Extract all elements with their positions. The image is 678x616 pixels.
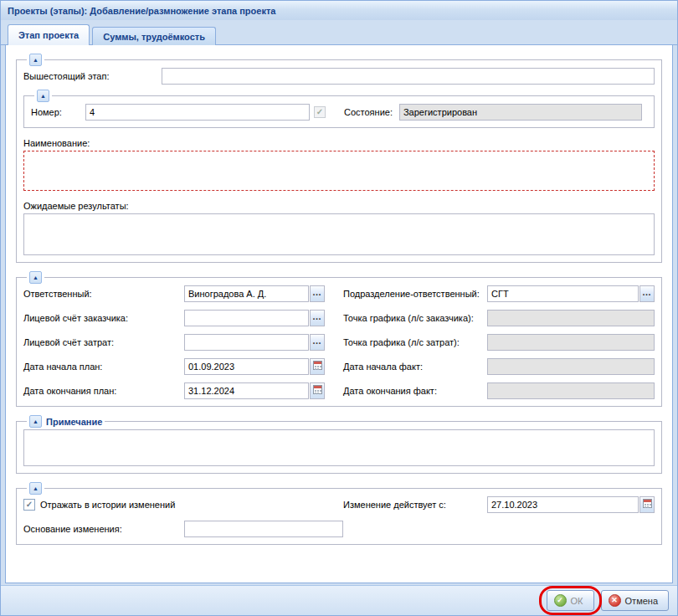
window-titlebar: Проекты (этапы): Добавление/размножение … bbox=[1, 1, 677, 20]
note-textarea[interactable] bbox=[23, 429, 655, 466]
change-reason-row: Основание изменения: bbox=[23, 521, 655, 537]
ok-button-label: ОК bbox=[571, 596, 583, 606]
department-field: … bbox=[487, 285, 655, 302]
responsible-input[interactable] bbox=[184, 285, 309, 302]
fieldset-main: ▲ Вышестоящий этап: ▲ Номер: ✓ Состояние… bbox=[16, 54, 662, 263]
responsible-row: Ответственный: … Подразделение-ответстве… bbox=[23, 285, 655, 302]
cancel-cross-icon: ✕ bbox=[609, 594, 621, 607]
date-start-row: Дата начала план: Дата начала факт: bbox=[23, 358, 655, 375]
date-end-plan-field bbox=[184, 382, 325, 399]
change-reason-input[interactable] bbox=[184, 521, 343, 537]
fieldset-main-legend: ▲ bbox=[27, 54, 44, 66]
tab-sums[interactable]: Суммы, трудоёмкость bbox=[92, 27, 216, 45]
costs-account-input[interactable] bbox=[184, 334, 309, 351]
cross-glyph: ✕ bbox=[611, 597, 618, 604]
date-start-fact-label: Дата начала факт: bbox=[343, 362, 487, 372]
change-reason-label: Основание изменения: bbox=[23, 524, 184, 534]
date-start-plan-picker-button[interactable] bbox=[310, 358, 325, 375]
department-input[interactable] bbox=[487, 285, 639, 302]
date-end-plan-label: Дата окончания план: bbox=[23, 386, 184, 396]
collapse-button[interactable]: ▲ bbox=[29, 271, 42, 284]
department-lookup-button[interactable]: … bbox=[639, 285, 655, 302]
tab-strip: Этап проекта Суммы, трудоёмкость bbox=[1, 20, 677, 45]
costs-graph-point-label: Точка графика (л/с затрат): bbox=[343, 337, 487, 347]
history-row: ✓ Отражать в истории изменений Изменение… bbox=[23, 496, 655, 513]
cancel-button-label: Отмена bbox=[625, 596, 658, 606]
change-date-label: Изменение действует с: bbox=[343, 500, 487, 510]
calendar-icon bbox=[313, 361, 322, 370]
ellipsis-icon: … bbox=[312, 336, 322, 346]
parent-stage-input[interactable] bbox=[162, 68, 655, 85]
check-icon: ✓ bbox=[26, 501, 33, 509]
customer-account-label: Лицевой счёт заказчика: bbox=[23, 313, 184, 323]
cancel-button[interactable]: ✕ Отмена bbox=[601, 590, 669, 611]
costs-account-lookup-button[interactable]: … bbox=[310, 334, 325, 351]
tab-stage-label: Этап проекта bbox=[18, 30, 79, 40]
fieldset-number-state: ▲ Номер: ✓ Состояние: bbox=[23, 90, 655, 128]
history-checkbox-label: Отражать в истории изменений bbox=[40, 500, 175, 510]
responsible-lookup-button[interactable]: … bbox=[310, 285, 325, 302]
state-input bbox=[399, 104, 642, 121]
collapse-button[interactable]: ▲ bbox=[29, 482, 42, 495]
responsible-field: … bbox=[184, 285, 325, 302]
ok-button[interactable]: ✓ ОК bbox=[547, 590, 594, 611]
check-icon: ✓ bbox=[316, 108, 323, 116]
collapse-icon: ▲ bbox=[33, 418, 39, 424]
costs-account-label: Лицевой счёт затрат: bbox=[23, 337, 184, 347]
customer-account-field: … bbox=[184, 310, 325, 326]
tab-sums-label: Суммы, трудоёмкость bbox=[103, 32, 205, 42]
date-end-fact-input bbox=[487, 382, 655, 399]
parent-stage-label: Вышестоящий этап: bbox=[23, 71, 162, 81]
form-body: ▲ Вышестоящий этап: ▲ Номер: ✓ Состояние… bbox=[5, 45, 673, 583]
ok-button-wrap: ✓ ОК bbox=[547, 590, 594, 611]
date-start-plan-field bbox=[184, 358, 325, 375]
fieldset-note: ▲ Примечание bbox=[16, 415, 662, 474]
name-label-row: Наименование: bbox=[23, 138, 655, 148]
date-start-plan-label: Дата начала план: bbox=[23, 362, 184, 372]
ok-check-icon: ✓ bbox=[554, 594, 567, 607]
expected-results-textarea[interactable] bbox=[23, 213, 655, 255]
ellipsis-icon: … bbox=[312, 288, 322, 297]
collapse-icon: ▲ bbox=[33, 57, 39, 63]
date-start-plan-input[interactable] bbox=[184, 358, 309, 375]
department-label: Подразделение-ответственный: bbox=[343, 289, 487, 299]
date-start-fact-input bbox=[487, 358, 655, 375]
costs-account-field: … bbox=[184, 334, 325, 351]
ellipsis-icon: … bbox=[642, 288, 652, 297]
history-checkbox[interactable]: ✓ bbox=[23, 499, 35, 511]
date-end-fact-label: Дата окончания факт: bbox=[343, 386, 487, 396]
collapse-button[interactable]: ▲ bbox=[29, 415, 42, 428]
number-input[interactable] bbox=[85, 104, 310, 121]
expected-results-label: Ожидаемые результаты: bbox=[23, 201, 129, 211]
collapse-button[interactable]: ▲ bbox=[37, 90, 49, 102]
ellipsis-icon: … bbox=[312, 312, 322, 321]
date-end-row: Дата окончания план: Дата окончания факт… bbox=[23, 382, 655, 399]
change-date-picker-button[interactable] bbox=[639, 496, 655, 513]
name-label: Наименование: bbox=[23, 138, 90, 148]
costs-account-row: Лицевой счёт затрат: … Точка графика (л/… bbox=[23, 334, 655, 351]
history-checkbox-block: ✓ Отражать в истории изменений bbox=[23, 499, 343, 511]
calendar-icon bbox=[643, 499, 652, 508]
state-label: Состояние: bbox=[344, 107, 393, 117]
number-auto-checkbox: ✓ bbox=[314, 106, 326, 118]
collapse-icon: ▲ bbox=[33, 485, 39, 491]
collapse-icon: ▲ bbox=[33, 275, 39, 280]
customer-account-input[interactable] bbox=[184, 310, 309, 326]
name-textarea[interactable] bbox=[23, 151, 655, 191]
collapse-icon: ▲ bbox=[40, 93, 46, 99]
fieldset-note-legend: ▲ Примечание bbox=[27, 415, 105, 428]
number-state-row: Номер: ✓ Состояние: bbox=[31, 104, 647, 121]
collapse-button[interactable]: ▲ bbox=[29, 54, 42, 66]
customer-account-lookup-button[interactable]: … bbox=[310, 310, 325, 326]
tab-stage[interactable]: Этап проекта bbox=[8, 24, 90, 45]
footer-toolbar: ✓ ОК ✕ Отмена bbox=[1, 585, 677, 615]
results-label-row: Ожидаемые результаты: bbox=[23, 201, 655, 211]
check-glyph: ✓ bbox=[557, 597, 563, 604]
number-label: Номер: bbox=[31, 107, 85, 117]
date-end-plan-picker-button[interactable] bbox=[310, 382, 325, 399]
fieldset-number-legend: ▲ bbox=[34, 90, 52, 102]
change-date-input[interactable] bbox=[487, 496, 639, 513]
parent-stage-row: Вышестоящий этап: bbox=[23, 68, 655, 85]
date-end-plan-input[interactable] bbox=[184, 382, 309, 399]
fieldset-details: ▲ Ответственный: … Подразделение-ответст… bbox=[16, 271, 662, 407]
